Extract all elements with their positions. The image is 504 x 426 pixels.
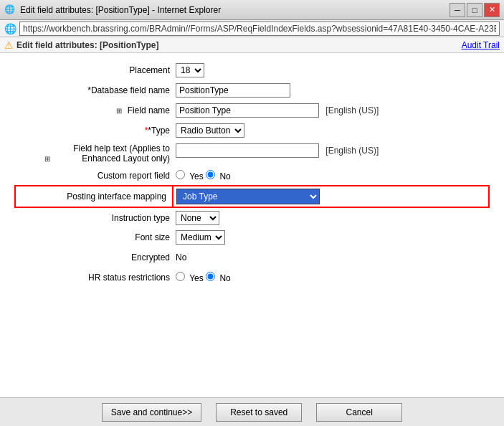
type-select[interactable]: Radio Button Checkbox Dropdown Text xyxy=(176,123,244,138)
hr-status-yes-label: Yes xyxy=(189,273,204,283)
reset-button[interactable]: Reset to saved xyxy=(216,403,302,422)
posting-value-cell: Job Type None Position Type xyxy=(173,186,489,207)
field-name-input[interactable] xyxy=(176,103,319,118)
close-button[interactable]: ✕ xyxy=(484,3,500,17)
placement-row: Placement 18 xyxy=(15,60,489,80)
address-bar: 🌐 xyxy=(0,20,504,37)
instruction-label: Instruction type xyxy=(15,207,173,227)
custom-report-value-cell: Yes No xyxy=(173,166,489,186)
save-continue-button[interactable]: Save and continue>> xyxy=(102,403,201,422)
encrypted-label: Encrypted xyxy=(15,247,173,268)
cancel-button[interactable]: Cancel xyxy=(316,403,402,422)
custom-report-no-radio[interactable] xyxy=(206,170,215,179)
db-field-input[interactable] xyxy=(176,83,290,98)
font-size-value-cell: Medium Small Large xyxy=(173,227,489,247)
expand-icon[interactable]: ⊞ xyxy=(116,107,122,115)
button-bar: Save and continue>> Reset to saved Cance… xyxy=(0,397,504,426)
ie-toolbar: ⚠ Edit field attributes: [PositionType] … xyxy=(0,37,504,53)
instruction-row: Instruction type None Tooltip Text xyxy=(15,207,489,227)
custom-report-no-label: No xyxy=(219,171,230,181)
field-name-value-cell: [English (US)] xyxy=(173,100,489,120)
audit-trail-link[interactable]: Audit Trail xyxy=(462,40,500,50)
posting-label-cell: Posting interface mapping xyxy=(15,186,173,207)
db-field-row: *Database field name xyxy=(15,80,489,100)
hr-status-value-cell: Yes No xyxy=(173,268,489,288)
custom-report-label: Custom report field xyxy=(15,166,173,186)
db-field-value-cell xyxy=(173,80,489,100)
field-help-row: ⊞ Field help text (Applies to Enhanced L… xyxy=(15,141,489,166)
hr-status-yes-radio[interactable] xyxy=(176,272,185,281)
encrypted-row: Encrypted No xyxy=(15,247,489,268)
field-name-label: ⊞ Field name xyxy=(15,100,173,120)
warning-icon: ⚠ xyxy=(4,39,14,51)
type-label: **Type xyxy=(15,120,173,141)
encrypted-value-cell: No xyxy=(173,247,489,268)
field-help-expand-icon[interactable]: ⊞ xyxy=(44,155,50,163)
font-size-row: Font size Medium Small Large xyxy=(15,227,489,247)
page-title: Edit field attributes: [PositionType] xyxy=(16,40,158,50)
title-bar: 🌐 Edit field attributes: [PositionType] … xyxy=(0,0,504,20)
hr-status-no-radio[interactable] xyxy=(206,272,215,281)
address-input[interactable] xyxy=(19,22,500,36)
custom-report-yes-radio[interactable] xyxy=(176,170,185,179)
field-name-locale: [English (US)] xyxy=(325,105,379,115)
font-size-select[interactable]: Medium Small Large xyxy=(176,230,225,245)
instruction-value-cell: None Tooltip Text xyxy=(173,207,489,227)
field-help-locale: [English (US)] xyxy=(325,146,379,156)
type-value-cell: Radio Button Checkbox Dropdown Text xyxy=(173,120,489,141)
maximize-button[interactable]: □ xyxy=(467,3,482,17)
form-table: Placement 18 *Database field name ⊞ Fiel… xyxy=(14,60,490,288)
minimize-button[interactable]: ─ xyxy=(450,3,465,17)
db-field-label: *Database field name xyxy=(15,80,173,100)
main-content: Placement 18 *Database field name ⊞ Fiel… xyxy=(0,53,504,397)
placement-value-cell: 18 xyxy=(173,60,489,80)
hr-status-row: HR status restrictions Yes No xyxy=(15,268,489,288)
ie-icon: 🌐 xyxy=(4,4,16,16)
field-help-value-cell: [English (US)] xyxy=(173,141,489,166)
field-help-input[interactable] xyxy=(176,143,319,158)
browser-icon: 🌐 xyxy=(4,23,16,34)
placement-label: Placement xyxy=(15,60,173,80)
hr-status-label: HR status restrictions xyxy=(15,268,173,288)
field-name-row: ⊞ Field name [English (US)] xyxy=(15,100,489,120)
encrypted-value: No xyxy=(176,252,186,262)
font-size-label: Font size xyxy=(15,227,173,247)
posting-label: Posting interface mapping xyxy=(67,191,166,202)
field-help-label-cell: ⊞ Field help text (Applies to Enhanced L… xyxy=(15,141,173,166)
window-title: Edit field attributes: [PositionType] - … xyxy=(20,5,221,15)
hr-status-no-label: No xyxy=(219,273,230,283)
custom-report-row: Custom report field Yes No xyxy=(15,166,489,186)
instruction-select[interactable]: None Tooltip Text xyxy=(176,211,219,225)
custom-report-yes-label: Yes xyxy=(189,171,204,181)
placement-select[interactable]: 18 xyxy=(176,63,204,77)
posting-interface-select[interactable]: Job Type None Position Type xyxy=(176,189,320,204)
posting-row: Posting interface mapping Job Type None … xyxy=(15,186,489,207)
type-row: **Type Radio Button Checkbox Dropdown Te… xyxy=(15,120,489,141)
window-controls: ─ □ ✕ xyxy=(450,3,500,17)
